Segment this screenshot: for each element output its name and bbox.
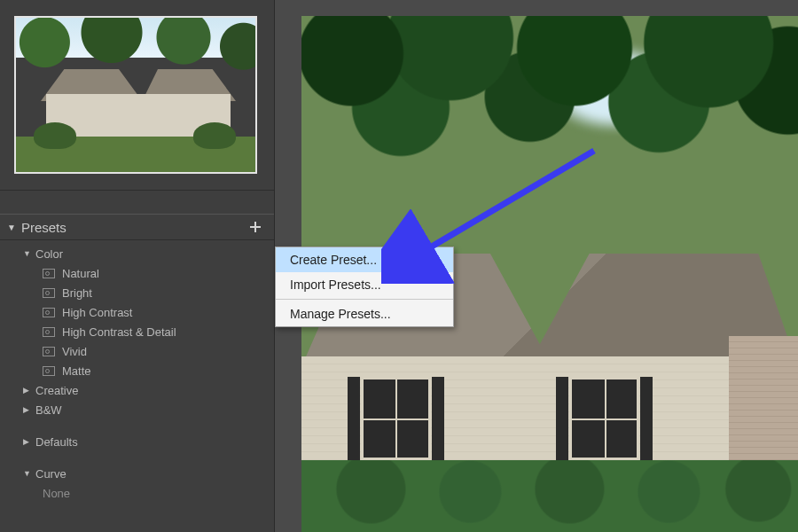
presets-panel-header[interactable]: ▼ Presets (0, 214, 274, 240)
menu-item-label: Manage Presets... (290, 307, 391, 321)
presets-panel-title: Presets (21, 220, 66, 235)
navigator-thumbnail[interactable] (14, 16, 257, 174)
presets-panel-body: ▼ Color Natural Bright High Contrast Hig… (0, 240, 274, 510)
menu-separator (276, 299, 453, 300)
preset-item-natural[interactable]: Natural (0, 263, 274, 283)
menu-item-manage-presets[interactable]: Manage Presets... (276, 301, 453, 326)
group-label: Curve (35, 467, 66, 481)
preset-label: Bright (62, 286, 92, 300)
group-label: B&W (35, 403, 62, 417)
preset-label: High Contrast & Detail (62, 325, 176, 339)
chevron-down-icon: ▼ (23, 249, 35, 258)
group-label: Color (35, 247, 63, 261)
preset-label: High Contrast (62, 306, 132, 319)
chevron-right-icon: ▶ (23, 386, 35, 395)
menu-item-import-presets[interactable]: Import Presets... (276, 272, 453, 297)
menu-item-label: Import Presets... (290, 278, 381, 292)
add-preset-button[interactable] (247, 219, 263, 235)
chevron-down-icon: ▼ (7, 223, 16, 232)
preset-thumb-icon (43, 347, 55, 356)
preset-item-none[interactable]: None (0, 483, 274, 503)
preset-item-vivid[interactable]: Vivid (0, 341, 274, 361)
preset-label: Vivid (62, 345, 87, 358)
left-sidebar: ▼ Presets ▼ Color Natural Bright High Co… (0, 0, 275, 532)
preset-label: None (43, 487, 70, 500)
preset-thumb-icon (43, 308, 55, 317)
presets-context-menu: Create Preset... Import Presets... Manag… (275, 246, 454, 327)
preset-thumb-icon (43, 366, 55, 376)
navigator-thumbnail-area (0, 0, 274, 191)
preset-group-color[interactable]: ▼ Color (0, 244, 274, 263)
preset-thumb-icon (43, 288, 55, 298)
menu-item-create-preset[interactable]: Create Preset... (276, 247, 453, 272)
chevron-right-icon: ▶ (23, 437, 35, 446)
group-label: Defaults (35, 435, 78, 449)
plus-icon (248, 220, 262, 234)
preset-thumb-icon (43, 269, 55, 278)
panel-gap (0, 191, 274, 214)
section-gap (0, 451, 274, 464)
preset-group-bw[interactable]: ▶ B&W (0, 400, 274, 419)
preset-item-bright[interactable]: Bright (0, 283, 274, 302)
preset-group-creative[interactable]: ▶ Creative (0, 380, 274, 400)
group-label: Creative (35, 384, 78, 397)
preset-group-curve[interactable]: ▼ Curve (0, 464, 274, 483)
menu-item-label: Create Preset... (290, 253, 377, 267)
preset-group-defaults[interactable]: ▶ Defaults (0, 432, 274, 451)
preset-item-high-contrast-detail[interactable]: High Contrast & Detail (0, 322, 274, 341)
preset-item-matte[interactable]: Matte (0, 361, 274, 380)
preset-label: Matte (62, 364, 91, 378)
chevron-down-icon: ▼ (23, 469, 35, 478)
preset-thumb-icon (43, 327, 55, 337)
preset-label: Natural (62, 267, 99, 280)
preset-item-high-contrast[interactable]: High Contrast (0, 302, 274, 322)
chevron-right-icon: ▶ (23, 405, 35, 414)
section-gap (0, 419, 274, 432)
